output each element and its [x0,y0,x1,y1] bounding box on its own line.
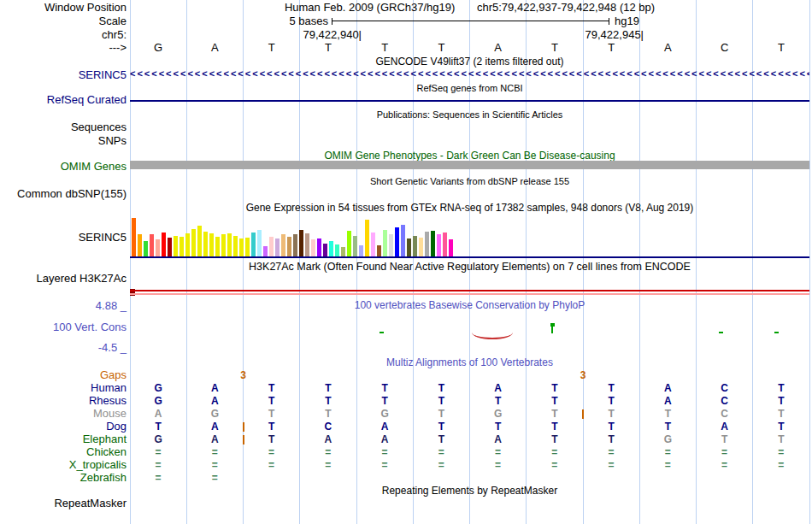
gtex-expression-bar[interactable] [179,237,184,256]
gtex-expression-bar[interactable] [359,245,363,256]
multiz-species-label[interactable]: X_tropicalis [0,459,127,471]
refseq-track-header[interactable]: RefSeq genes from NCBI [130,83,809,94]
gtex-expression-bar[interactable] [185,233,190,256]
gtex-expression-bar[interactable] [431,231,435,256]
multiz-species-label[interactable]: Mouse [0,408,127,420]
gtex-expression-bar[interactable] [449,239,453,256]
gtex-expression-bar[interactable] [251,233,256,256]
gtex-expression-bar[interactable] [395,227,399,256]
gtex-expression-bar[interactable] [401,225,405,256]
gtex-gene-label[interactable]: SERINC5 [0,232,127,244]
gtex-expression-bar[interactable] [233,236,238,256]
gtex-expression-bar[interactable] [197,226,202,256]
gtex-expression-bar[interactable] [174,236,178,256]
gtex-expression-bar[interactable] [221,234,226,256]
gtex-expression-bar[interactable] [353,236,357,256]
gtex-expression-bar[interactable] [168,238,172,256]
repeatmasker-track-header[interactable]: Repeating Elements by RepeatMasker [130,486,809,497]
phylop-track-header[interactable]: 100 vertebrates Basewise Conservation by… [130,300,809,311]
gtex-expression-bar[interactable] [281,234,285,256]
gtex-expression-bar[interactable] [371,233,375,256]
coordinate-tick-1: 79,422,940| [303,29,362,41]
gtex-expression-bar[interactable] [257,230,262,256]
gtex-expression-bar[interactable] [269,237,274,256]
gtex-expression-bar[interactable] [138,234,142,256]
gtex-expression-bar[interactable] [215,237,220,256]
gtex-expression-bar[interactable] [144,241,148,256]
gtex-expression-bar[interactable] [132,218,136,256]
gencode-gene-label[interactable]: SERINC5 [0,69,127,81]
phylop-point-marker [550,323,555,327]
gtex-expression-bar[interactable] [191,229,196,256]
gtex-expression-bar[interactable] [377,245,381,256]
gtex-expression-bar[interactable] [335,244,339,256]
gtex-track-header[interactable]: Gene Expression in 54 tissues from GTEx … [130,203,809,214]
alignment-base: = [318,459,338,472]
gtex-expression-bar[interactable] [275,238,279,256]
phylop-track-label[interactable]: 100 Vert. Cons [0,321,127,333]
gtex-expression-bar[interactable] [329,241,333,256]
multiz-species-label[interactable]: Chicken [0,446,127,458]
alignment-base: T [374,395,395,408]
h3k27ac-signal-red[interactable] [130,290,809,291]
alignment-base: T [262,382,282,395]
gtex-expression-bar[interactable] [443,233,447,256]
scale-label: Scale [0,15,127,27]
dbsnp-track-label[interactable]: Common dbSNP(155) [0,188,127,200]
gtex-expression-bar[interactable] [437,234,441,256]
multiz-species-label[interactable]: Gaps [0,369,127,381]
publications-snps-label[interactable]: SNPs [0,135,127,147]
gtex-expression-bar[interactable] [347,231,351,256]
gtex-expression-bar[interactable] [341,247,345,256]
gtex-expression-bar[interactable] [203,232,208,256]
h3k27ac-track-label[interactable]: Layered H3K27Ac [0,273,127,285]
gtex-expression-bar[interactable] [311,239,315,256]
gtex-expression-bar[interactable] [263,246,268,256]
gtex-expression-bar[interactable] [365,220,369,256]
gtex-expression-bar[interactable] [156,239,160,256]
gtex-expression-bar[interactable] [299,230,303,256]
omim-gene-bar[interactable] [130,161,809,169]
gtex-expression-bar[interactable] [383,230,387,256]
ruler-base: T [431,42,451,54]
gtex-expression-bar[interactable] [305,233,309,256]
ruler-base: C [715,42,735,54]
multiz-species-label[interactable]: Elephant [0,433,127,445]
gtex-expression-bar[interactable] [227,233,232,256]
omim-track-label[interactable]: OMIM Genes [0,161,127,173]
repeatmasker-track-label[interactable]: RepeatMasker [0,498,127,509]
gtex-expression-bar[interactable] [389,234,393,256]
multiz-species-label[interactable]: Zebrafish [0,472,127,484]
refseq-track-label[interactable]: RefSeq Curated [0,94,127,106]
gtex-expression-bar[interactable] [287,237,291,256]
refseq-gene-bar[interactable] [130,100,809,102]
alignment-base: T [431,382,451,395]
dbsnp-track-header[interactable]: Short Genetic Variants from dbSNP releas… [130,176,809,187]
gtex-expression-bar[interactable] [239,238,244,256]
gtex-expression-bar[interactable] [293,234,297,256]
publications-track-header[interactable]: Publications: Sequences in Scientific Ar… [130,109,809,121]
gtex-expression-bar[interactable] [150,234,154,256]
gencode-gene-strand-arrows[interactable]: <<<<<<<<<<<<<<<<<<<<<<<<<<<<<<<<<<<<<<<<… [130,68,809,79]
gtex-expression-bar[interactable] [317,238,321,256]
h3k27ac-track-header[interactable]: H3K27Ac Mark (Often Found Near Active Re… [130,262,809,273]
multiz-species-label[interactable]: Rhesus [0,395,127,407]
gtex-expression-bar[interactable] [407,238,411,256]
h3k27ac-signal-pink[interactable] [130,293,809,295]
gtex-expression-bar[interactable] [323,244,327,256]
gtex-expression-bar[interactable] [209,233,214,256]
gtex-expression-bar[interactable] [413,236,417,256]
multiz-species-label[interactable]: Human [0,382,127,394]
alignment-base: T [262,395,282,408]
alignment-base: = [374,446,395,459]
alignment-base: T [318,408,338,421]
multiz-track-header[interactable]: Multiz Alignments of 100 Vertebrates [130,357,809,368]
multiz-species-label[interactable]: Dog [0,421,127,433]
gtex-expression-bar[interactable] [425,232,429,256]
publications-sequences-label[interactable]: Sequences [0,121,127,133]
gencode-track-header[interactable]: GENCODE V49lift37 (2 items filtered out) [130,56,809,68]
gtex-expression-barchart[interactable] [132,215,456,256]
gtex-expression-bar[interactable] [419,238,423,256]
gtex-expression-bar[interactable] [245,238,250,256]
gtex-expression-bar[interactable] [162,233,166,256]
